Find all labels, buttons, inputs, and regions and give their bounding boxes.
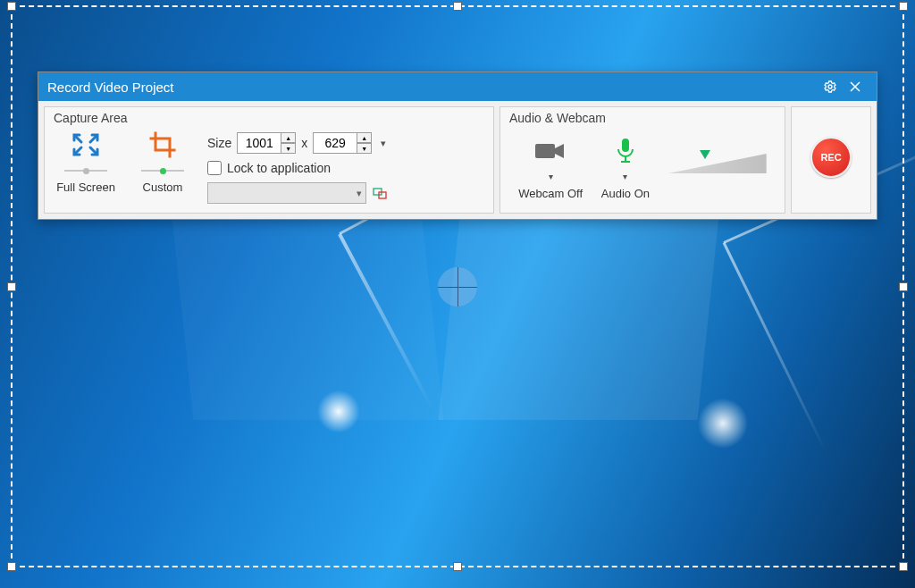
crop-icon bbox=[147, 131, 178, 158]
audio-webcam-panel: Audio & Webcam ▾ Webcam Off bbox=[499, 106, 785, 214]
svg-line-5 bbox=[90, 147, 96, 153]
audio-webcam-title: Audio & Webcam bbox=[509, 111, 776, 129]
audio-toggle-button[interactable]: ▾ Audio On bbox=[601, 136, 650, 200]
lock-label: Lock to application bbox=[227, 161, 331, 175]
resize-handle-nw[interactable] bbox=[7, 2, 16, 11]
svg-line-3 bbox=[76, 137, 81, 142]
move-crosshair-icon[interactable] bbox=[438, 267, 477, 307]
webcam-icon bbox=[533, 140, 567, 162]
custom-mode-button[interactable]: Custom bbox=[130, 129, 195, 194]
resize-handle-ne[interactable] bbox=[899, 2, 908, 11]
fullscreen-label: Full Screen bbox=[56, 181, 115, 194]
resize-handle-w[interactable] bbox=[7, 282, 16, 291]
chevron-down-icon: ▾ bbox=[357, 188, 362, 199]
svg-line-4 bbox=[90, 137, 96, 142]
gear-icon bbox=[823, 80, 837, 94]
volume-handle[interactable] bbox=[700, 150, 710, 159]
audio-status-label: Audio On bbox=[601, 187, 650, 200]
lock-checkbox-input[interactable] bbox=[207, 161, 222, 175]
resize-handle-se[interactable] bbox=[899, 562, 908, 571]
volume-track-icon bbox=[668, 154, 767, 173]
capture-area-title: Capture Area bbox=[54, 111, 484, 129]
width-input[interactable] bbox=[237, 132, 281, 154]
size-label: Size bbox=[207, 136, 231, 150]
height-down-button[interactable]: ▼ bbox=[357, 143, 372, 154]
pick-application-button[interactable] bbox=[370, 182, 390, 204]
resize-handle-n[interactable] bbox=[453, 2, 462, 11]
resize-handle-e[interactable] bbox=[899, 282, 908, 291]
microphone-icon bbox=[616, 138, 635, 164]
width-up-button[interactable]: ▲ bbox=[281, 132, 296, 143]
height-spinbox[interactable]: ▲ ▼ bbox=[313, 132, 372, 154]
audio-options-chevron[interactable]: ▾ bbox=[623, 172, 627, 181]
titlebar[interactable]: Record Video Project bbox=[38, 72, 877, 101]
webcam-options-chevron[interactable]: ▾ bbox=[549, 172, 553, 181]
volume-slider[interactable] bbox=[668, 154, 767, 173]
fullscreen-icon bbox=[71, 131, 101, 158]
custom-label: Custom bbox=[143, 181, 183, 194]
svg-rect-10 bbox=[622, 139, 629, 152]
record-panel: REC bbox=[791, 106, 871, 214]
settings-button[interactable] bbox=[818, 74, 843, 99]
resize-handle-sw[interactable] bbox=[7, 562, 16, 571]
height-input[interactable] bbox=[313, 132, 357, 154]
window-title: Record Video Project bbox=[47, 80, 173, 95]
svg-rect-9 bbox=[535, 144, 555, 158]
size-x-label: x bbox=[301, 136, 307, 150]
record-button[interactable]: REC bbox=[810, 137, 852, 178]
close-button[interactable] bbox=[843, 74, 868, 99]
webcam-status-label: Webcam Off bbox=[518, 187, 583, 200]
record-dialog: Record Video Project Capture Area bbox=[38, 71, 877, 220]
webcam-toggle-button[interactable]: ▾ Webcam Off bbox=[518, 136, 583, 200]
width-spinbox[interactable]: ▲ ▼ bbox=[237, 132, 296, 154]
lock-to-app-checkbox[interactable]: Lock to application bbox=[207, 161, 390, 175]
close-icon bbox=[849, 80, 861, 93]
resize-handle-s[interactable] bbox=[453, 562, 462, 571]
size-preset-dropdown[interactable]: ▾ bbox=[377, 138, 390, 149]
record-button-label: REC bbox=[820, 152, 841, 163]
application-select[interactable]: ▾ bbox=[207, 182, 366, 204]
width-down-button[interactable]: ▼ bbox=[281, 143, 296, 154]
svg-line-6 bbox=[76, 147, 81, 153]
fullscreen-mode-button[interactable]: Full Screen bbox=[54, 129, 118, 194]
height-up-button[interactable]: ▲ bbox=[357, 132, 372, 143]
svg-point-0 bbox=[828, 85, 832, 88]
target-window-icon bbox=[373, 186, 387, 200]
capture-area-panel: Capture Area Full Screen bbox=[44, 106, 494, 214]
